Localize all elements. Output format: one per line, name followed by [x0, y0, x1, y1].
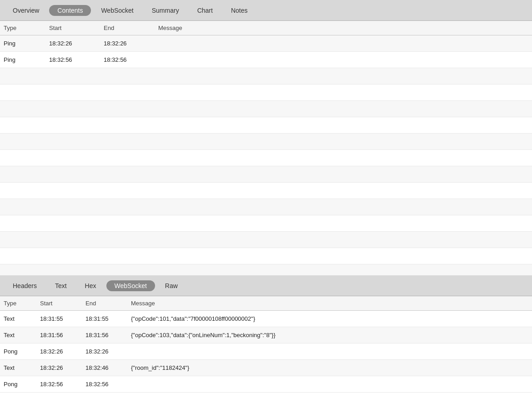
- bottom-section: Headers Text Hex WebSocket Raw Type Star…: [0, 275, 532, 413]
- top-col-start: Start: [49, 25, 104, 31]
- row-message: {"opCode":103,"data":{"onLineNum":1,"bec…: [131, 332, 528, 338]
- row-start: 18:31:56: [40, 332, 85, 338]
- tab-contents[interactable]: Contents: [49, 5, 91, 16]
- tab-raw[interactable]: Raw: [157, 280, 186, 291]
- row-type: Ping: [4, 56, 49, 63]
- row-end: 18:32:26: [104, 40, 158, 47]
- top-col-end: End: [104, 25, 158, 31]
- top-col-type: Type: [4, 25, 49, 31]
- row-start: 18:32:26: [49, 40, 104, 47]
- table-row[interactable]: Pong 18:32:26 18:32:26: [0, 343, 532, 360]
- top-tab-bar: Overview Contents WebSocket Summary Char…: [0, 0, 532, 21]
- bottom-col-end: End: [85, 300, 131, 307]
- table-row[interactable]: Text 18:32:26 18:32:46 {"room_id":"11824…: [0, 360, 532, 376]
- empty-row: [0, 134, 532, 150]
- row-end: 18:32:46: [85, 364, 131, 371]
- row-end: 18:31:55: [85, 315, 131, 322]
- tab-websocket-top[interactable]: WebSocket: [93, 5, 141, 16]
- empty-row: [0, 183, 532, 199]
- bottom-table-header: Type Start End Message: [0, 296, 532, 311]
- table-row[interactable]: Text 18:31:56 18:31:56 {"opCode":103,"da…: [0, 327, 532, 343]
- row-end: 18:32:56: [104, 56, 158, 63]
- empty-row: [0, 117, 532, 134]
- tab-summary[interactable]: Summary: [144, 5, 187, 16]
- bottom-col-type: Type: [4, 300, 40, 307]
- row-end: 18:32:56: [85, 381, 131, 388]
- table-row[interactable]: Ping 18:32:26 18:32:26: [0, 35, 532, 52]
- row-type: Pong: [4, 348, 40, 355]
- empty-row: [0, 166, 532, 183]
- top-table-header: Type Start End Message: [0, 21, 532, 35]
- tab-headers[interactable]: Headers: [5, 280, 45, 291]
- row-start: 18:32:56: [40, 381, 85, 388]
- bottom-col-message: Message: [131, 300, 528, 307]
- tab-hex[interactable]: Hex: [77, 280, 105, 291]
- empty-row: [0, 85, 532, 101]
- row-start: 18:31:55: [40, 315, 85, 322]
- tab-notes[interactable]: Notes: [223, 5, 256, 16]
- row-type: Pong: [4, 381, 40, 388]
- bottom-tab-bar: Headers Text Hex WebSocket Raw: [0, 275, 532, 296]
- row-message: {"opCode":101,"data":"7f00000108ff000000…: [131, 315, 528, 322]
- empty-row: [0, 150, 532, 166]
- tab-websocket-bottom[interactable]: WebSocket: [106, 280, 155, 291]
- tab-overview[interactable]: Overview: [5, 5, 47, 16]
- row-start: 18:32:26: [40, 364, 85, 371]
- top-section: Type Start End Message Ping 18:32:26 18:…: [0, 21, 532, 275]
- empty-row: [0, 199, 532, 215]
- empty-row: [0, 215, 532, 232]
- empty-row: [0, 248, 532, 264]
- row-end: 18:32:26: [85, 348, 131, 355]
- row-message: {"room_id":"1182424"}: [131, 364, 528, 371]
- row-type: Text: [4, 315, 40, 322]
- empty-row: [0, 101, 532, 117]
- row-start: 18:32:26: [40, 348, 85, 355]
- tab-chart[interactable]: Chart: [189, 5, 221, 16]
- row-type: Ping: [4, 40, 49, 47]
- table-row[interactable]: Ping 18:32:56 18:32:56: [0, 52, 532, 68]
- row-end: 18:31:56: [85, 332, 131, 338]
- row-type: Text: [4, 364, 40, 371]
- tab-text[interactable]: Text: [47, 280, 75, 291]
- bottom-col-start: Start: [40, 300, 85, 307]
- row-start: 18:32:56: [49, 56, 104, 63]
- row-type: Text: [4, 332, 40, 338]
- table-row[interactable]: Text 18:31:55 18:31:55 {"opCode":101,"da…: [0, 311, 532, 327]
- table-row[interactable]: Pong 18:32:56 18:32:56: [0, 376, 532, 393]
- empty-row: [0, 232, 532, 248]
- top-col-message: Message: [158, 25, 528, 31]
- empty-row: [0, 68, 532, 85]
